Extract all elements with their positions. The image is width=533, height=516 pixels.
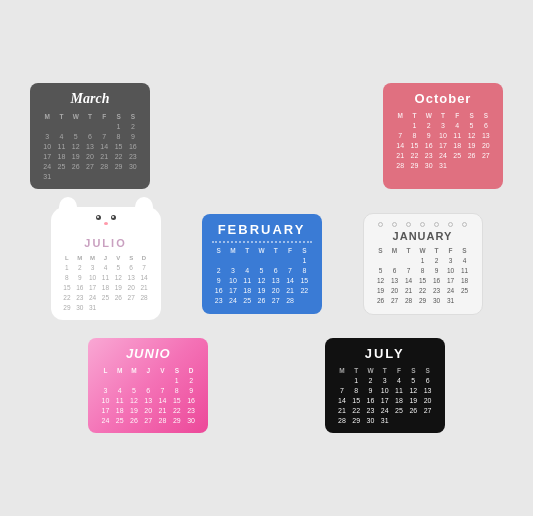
table-cell: 26	[112, 292, 125, 302]
table-cell: 14	[335, 395, 349, 405]
table-cell: 4	[99, 262, 112, 272]
oct-col-s: S	[464, 110, 478, 120]
julio-table: L M M J V S D 12345678910111213141516171…	[61, 253, 151, 312]
table-cell: 23	[422, 150, 436, 160]
table-cell	[406, 415, 420, 425]
table-cell: 6	[388, 266, 402, 276]
table-cell: 11	[54, 141, 68, 151]
march-title: March	[40, 91, 140, 107]
table-cell	[254, 256, 268, 266]
table-cell	[392, 415, 406, 425]
table-cell: 31	[378, 415, 392, 425]
table-cell	[54, 171, 68, 181]
table-cell: 10	[226, 276, 240, 286]
table-cell: 22	[407, 150, 421, 160]
table-cell: 20	[125, 282, 138, 292]
table-cell	[458, 296, 472, 306]
table-cell: 19	[69, 151, 83, 161]
table-cell	[420, 415, 434, 425]
table-cell: 29	[416, 296, 430, 306]
table-cell: 3	[436, 120, 450, 130]
table-cell: 9	[422, 130, 436, 140]
table-cell: 12	[69, 141, 83, 151]
table-cell: 22	[349, 405, 363, 415]
spiral-dot-7	[462, 222, 467, 227]
february-title: FEBRUARY	[212, 222, 312, 237]
cat-eye-right	[111, 215, 116, 220]
table-cell: 25	[240, 296, 254, 306]
table-cell: 16	[73, 282, 86, 292]
jul-col-s: S	[125, 253, 138, 262]
table-cell: 20	[388, 286, 402, 296]
table-cell: 3	[98, 385, 112, 395]
table-cell: 13	[83, 141, 97, 151]
table-cell: 30	[422, 160, 436, 170]
cat-eyes	[96, 215, 116, 220]
table-cell: 17	[98, 405, 112, 415]
table-cell: 7	[283, 266, 297, 276]
jun-col-j: J	[141, 365, 155, 375]
table-cell: 10	[436, 130, 450, 140]
table-cell	[212, 256, 226, 266]
jul-col-l: L	[61, 253, 74, 262]
table-cell: 5	[254, 266, 268, 276]
table-cell: 28	[402, 296, 416, 306]
table-cell: 8	[416, 266, 430, 276]
table-cell: 2	[430, 256, 444, 266]
table-cell: 15	[111, 141, 125, 151]
table-cell: 22	[61, 292, 74, 302]
jan-col-t: T	[402, 246, 416, 256]
table-cell: 13	[269, 276, 283, 286]
table-cell: 8	[61, 272, 74, 282]
table-cell: 27	[479, 150, 493, 160]
table-cell: 25	[113, 415, 127, 425]
table-cell: 3	[226, 266, 240, 276]
table-cell: 22	[170, 405, 184, 415]
march-col-t: T	[54, 111, 68, 121]
jan-col-w: W	[416, 246, 430, 256]
table-cell: 2	[363, 375, 377, 385]
jul-col-j: J	[99, 253, 112, 262]
spiral-dots	[374, 222, 472, 227]
jan-col-s: S	[374, 246, 388, 256]
table-cell: 30	[363, 415, 377, 425]
table-cell: 9	[363, 385, 377, 395]
table-cell: 12	[406, 385, 420, 395]
table-cell: 31	[40, 171, 54, 181]
october-table: M T W T F S S 12345678910111213141516171…	[393, 110, 493, 170]
table-cell: 30	[126, 161, 140, 171]
table-cell: 5	[69, 131, 83, 141]
jul-col-v: V	[112, 253, 125, 262]
table-cell: 15	[170, 395, 184, 405]
table-cell: 17	[444, 276, 458, 286]
table-cell: 24	[226, 296, 240, 306]
spiral-dot-4	[420, 222, 425, 227]
table-cell: 29	[170, 415, 184, 425]
table-cell: 7	[97, 131, 111, 141]
table-cell: 5	[464, 120, 478, 130]
feb-col-t2: T	[269, 246, 283, 256]
table-cell: 22	[416, 286, 430, 296]
table-cell: 21	[138, 282, 151, 292]
jul-col-m2: M	[86, 253, 99, 262]
july-title: JULY	[335, 346, 435, 361]
junio-title: JUNIO	[98, 346, 198, 361]
table-cell: 21	[155, 405, 169, 415]
march-col-t2: T	[83, 111, 97, 121]
julio-calendar: JULIO L M M J V S D 12345678910111213141…	[51, 207, 161, 320]
table-cell: 15	[407, 140, 421, 150]
table-cell: 14	[393, 140, 407, 150]
table-cell: 26	[69, 161, 83, 171]
middle-row: JULIO L M M J V S D 12345678910111213141…	[30, 207, 503, 320]
table-cell: 30	[430, 296, 444, 306]
january-calendar: JANUARY S M T W T F S 123456789101112131…	[363, 213, 483, 315]
table-cell	[112, 302, 125, 312]
table-cell: 29	[61, 302, 74, 312]
table-cell: 6	[83, 131, 97, 141]
feb-col-s: S	[212, 246, 226, 256]
table-cell: 18	[113, 405, 127, 415]
table-cell: 2	[126, 121, 140, 131]
table-cell: 9	[212, 276, 226, 286]
feb-col-s2: S	[297, 246, 311, 256]
table-cell: 6	[141, 385, 155, 395]
